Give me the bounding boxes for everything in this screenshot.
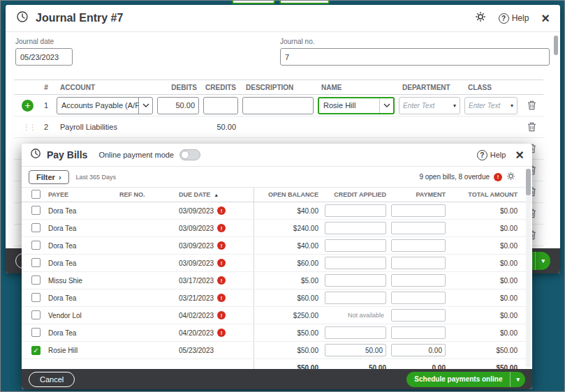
help-button[interactable]: ? Help bbox=[477, 150, 506, 160]
row-checkbox[interactable] bbox=[31, 258, 41, 267]
row-checkbox[interactable] bbox=[31, 276, 41, 285]
payment-input[interactable] bbox=[391, 292, 446, 304]
header-description: DESCRIPTION bbox=[240, 84, 316, 91]
header-total-amount: TOTAL AMOUNT bbox=[449, 191, 519, 198]
overdue-icon: ! bbox=[217, 329, 226, 337]
credits-value[interactable]: 50.00 bbox=[201, 123, 240, 131]
modal-title: Pay Bills bbox=[47, 149, 87, 160]
schedule-payments-online-button[interactable]: Schedule payments online ▾ bbox=[406, 372, 525, 387]
name-select[interactable]: Rosie Hill bbox=[318, 97, 395, 114]
journal-date-input[interactable] bbox=[15, 48, 73, 66]
bill-row: Dora Tea 03/09/2023! $40.00 $0.00 bbox=[22, 202, 532, 220]
payment-input[interactable] bbox=[391, 222, 446, 234]
sort-ascending-icon: ▲ bbox=[214, 193, 219, 197]
bill-row: Dora Tea 03/09/2023! $40.00 $0.00 bbox=[22, 237, 532, 255]
filter-button[interactable]: Filter › bbox=[29, 170, 69, 184]
row-checkbox[interactable] bbox=[31, 223, 41, 232]
gear-icon[interactable] bbox=[475, 11, 486, 25]
open-balance: $40.00 bbox=[254, 242, 322, 250]
journal-row: ⋮⋮ 2 Payroll Liabilities 50.00 bbox=[14, 116, 543, 138]
close-icon[interactable]: × bbox=[541, 11, 550, 25]
credit-applied-input[interactable] bbox=[325, 257, 386, 269]
help-icon: ? bbox=[477, 150, 487, 160]
vertical-scrollbar[interactable] bbox=[526, 169, 531, 368]
delete-row-button[interactable] bbox=[520, 122, 543, 132]
account-select[interactable]: Accounts Payable (A/P) bbox=[57, 97, 153, 114]
class-combo[interactable]: ▾ bbox=[464, 97, 518, 114]
credit-applied-input[interactable] bbox=[325, 344, 386, 356]
credit-applied-input[interactable] bbox=[325, 204, 386, 217]
row-number: 1 bbox=[38, 101, 54, 110]
payee: Dora Tea bbox=[48, 259, 119, 267]
gear-icon[interactable] bbox=[506, 172, 515, 182]
header-due-date[interactable]: DUE DATE ▲ bbox=[179, 188, 254, 202]
header-account: ACCOUNT bbox=[54, 84, 155, 91]
cancel-button[interactable]: Cancel bbox=[29, 372, 75, 387]
credit-applied-input[interactable] bbox=[325, 274, 386, 287]
pay-bills-modal: Pay Bills Online payment mode ? Help × F… bbox=[22, 144, 532, 389]
journal-row: + 1 Accounts Payable (A/P) Rosie Hill bbox=[14, 95, 543, 116]
open-balance: $5.00 bbox=[254, 277, 322, 285]
row-checkbox[interactable] bbox=[31, 310, 41, 319]
payment-input[interactable] bbox=[391, 204, 446, 217]
recurring-clock-icon bbox=[16, 10, 29, 26]
delete-row-button[interactable] bbox=[520, 100, 543, 110]
credit-applied-input[interactable] bbox=[325, 292, 386, 304]
total-amount: $0.00 bbox=[449, 259, 519, 267]
payment-input[interactable] bbox=[391, 274, 446, 287]
open-balance: $40.00 bbox=[254, 207, 322, 215]
credit-applied-input[interactable] bbox=[325, 239, 386, 252]
chevron-down-icon bbox=[379, 98, 393, 113]
header-ref-no: REF NO. bbox=[119, 191, 179, 198]
open-balance: $60.00 bbox=[254, 259, 322, 267]
drag-handle-icon[interactable]: ⋮⋮ bbox=[23, 123, 38, 131]
vertical-scrollbar-thumb[interactable] bbox=[526, 169, 531, 195]
table-header-row: # ACCOUNT DEBITS CREDITS DESCRIPTION NAM… bbox=[14, 80, 543, 95]
online-payment-toggle[interactable] bbox=[179, 149, 200, 160]
bills-table-header: PAYEE REF NO. DUE DATE ▲ OPEN BALANCE CR… bbox=[22, 188, 532, 202]
open-balance: $250.00 bbox=[254, 312, 322, 319]
close-icon[interactable]: × bbox=[515, 148, 524, 162]
payee: Vendor Lol bbox=[48, 312, 119, 319]
debits-input[interactable] bbox=[157, 97, 199, 114]
payment-input[interactable] bbox=[391, 326, 446, 339]
credits-input[interactable] bbox=[203, 97, 238, 114]
help-button[interactable]: ? Help bbox=[499, 13, 529, 24]
add-row-button[interactable]: + bbox=[22, 100, 34, 112]
caret-down-icon: ▾ bbox=[507, 103, 517, 109]
row-checkbox[interactable] bbox=[31, 293, 41, 302]
header-open-balance: OPEN BALANCE bbox=[254, 191, 322, 198]
open-balance: $60.00 bbox=[254, 294, 322, 302]
credit-applied-input[interactable] bbox=[325, 222, 386, 234]
payee: Dora Tea bbox=[48, 225, 119, 232]
vertical-scrollbar-thumb[interactable] bbox=[554, 36, 558, 55]
overdue-icon: ! bbox=[217, 276, 226, 285]
journal-no-label: Journal no. bbox=[280, 38, 550, 45]
overdue-icon: ! bbox=[217, 206, 226, 215]
description-input[interactable] bbox=[242, 97, 314, 114]
credit-applied-input[interactable] bbox=[325, 326, 386, 339]
caret-down-icon[interactable]: ▾ bbox=[535, 252, 550, 270]
pay-bills-header: Pay Bills Online payment mode ? Help × bbox=[22, 144, 532, 167]
select-all-checkbox[interactable] bbox=[31, 190, 41, 199]
bill-row: Vendor Lol 04/02/2023! $250.00 Not avail… bbox=[22, 307, 532, 324]
department-combo[interactable]: ▾ bbox=[399, 97, 460, 114]
row-checkbox[interactable] bbox=[31, 241, 41, 250]
row-checkbox[interactable] bbox=[31, 206, 41, 215]
department-input[interactable] bbox=[399, 102, 450, 110]
caret-down-icon[interactable]: ▾ bbox=[510, 372, 525, 387]
class-input[interactable] bbox=[465, 102, 507, 110]
account-value[interactable]: Payroll Liabilities bbox=[54, 123, 155, 131]
bill-row: Dora Tea 03/09/2023! $60.00 $0.00 bbox=[22, 255, 532, 272]
payment-input[interactable] bbox=[391, 257, 446, 269]
journal-no-input[interactable] bbox=[280, 48, 550, 66]
header-department: DEPARTMENT bbox=[397, 84, 462, 91]
header-payment: PAYMENT bbox=[390, 191, 449, 198]
payment-input[interactable] bbox=[391, 239, 446, 252]
bill-row: Dora Tea 03/09/2023! $240.00 $0.00 bbox=[22, 220, 532, 237]
payment-input[interactable] bbox=[391, 344, 446, 356]
payment-input[interactable] bbox=[391, 309, 446, 322]
row-checkbox[interactable] bbox=[31, 328, 41, 337]
row-checkbox-checked[interactable]: ✓ bbox=[31, 346, 41, 355]
total-amount: $0.00 bbox=[449, 207, 519, 215]
